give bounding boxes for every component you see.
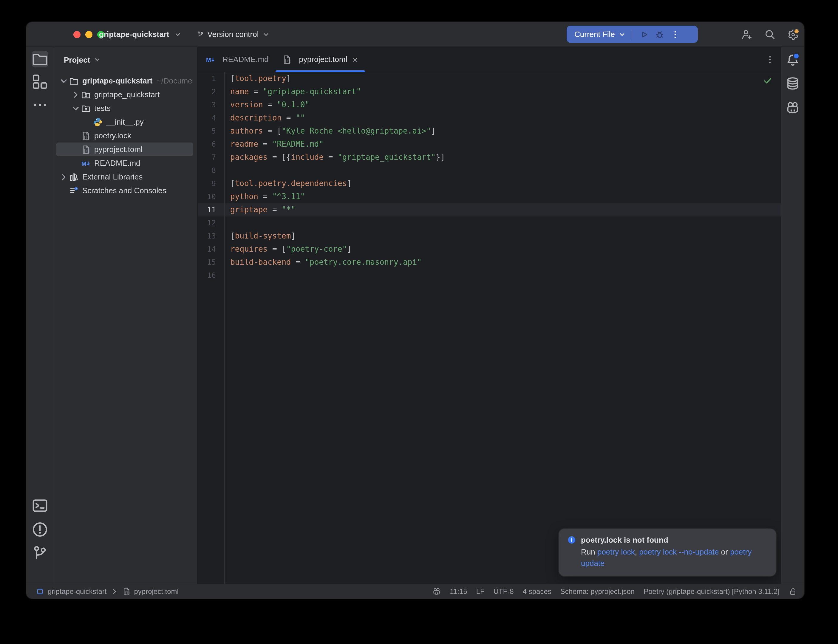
unlock-icon bbox=[789, 587, 797, 596]
folder-icon bbox=[69, 76, 79, 85]
crumb-chevron-widget[interactable] bbox=[110, 587, 118, 596]
notification-link[interactable]: poetry lock bbox=[597, 547, 635, 556]
add-user-icon[interactable] bbox=[741, 28, 753, 40]
notification-text: , bbox=[635, 547, 639, 556]
editor-column: MREADME.md[T]pyproject.toml× poetry.lock… bbox=[198, 47, 781, 584]
project-square-icon bbox=[36, 587, 44, 596]
chevron-down-icon bbox=[94, 56, 101, 63]
tree-item-tests[interactable]: tests bbox=[54, 101, 197, 115]
vcs-widget[interactable]: Version control bbox=[197, 30, 269, 39]
run-more-options-button[interactable] bbox=[667, 28, 683, 41]
close-icon[interactable]: × bbox=[351, 55, 359, 64]
more-icon[interactable] bbox=[31, 97, 48, 113]
divider bbox=[632, 29, 632, 39]
line-number: 1 bbox=[198, 72, 216, 85]
tab-pyproject-toml[interactable]: [T]pyproject.toml× bbox=[276, 47, 365, 72]
git-branch-icon bbox=[197, 31, 204, 38]
line-number: 3 bbox=[198, 99, 216, 112]
library-icon bbox=[69, 172, 79, 182]
search-icon[interactable] bbox=[764, 28, 776, 40]
ide-window: griptape-quickstart Version control Curr… bbox=[26, 22, 804, 599]
bell-icon[interactable] bbox=[785, 53, 800, 67]
tree-item-path: ~/Docume bbox=[157, 76, 192, 85]
code-editor[interactable]: poetry.lock is not found Run poetry lock… bbox=[198, 72, 781, 584]
chevron-down-icon[interactable] bbox=[71, 104, 81, 113]
chevron-down-icon bbox=[618, 31, 626, 38]
status-lf[interactable]: LF bbox=[476, 587, 485, 596]
code-text: readme = "README.md" bbox=[230, 138, 324, 151]
toml-widget[interactable]: [T] bbox=[122, 587, 130, 596]
status-11-15[interactable]: 11:15 bbox=[450, 587, 467, 596]
line-number: 13 bbox=[198, 230, 216, 243]
debug-button[interactable] bbox=[652, 28, 667, 41]
line-number: 16 bbox=[198, 269, 216, 282]
tree-item-external-libraries[interactable]: External Libraries bbox=[54, 170, 197, 184]
toml-icon: [T] bbox=[122, 587, 130, 596]
status-schema-[interactable]: Schema: pyproject.json bbox=[560, 587, 634, 596]
svg-text:[T]: [T] bbox=[285, 59, 291, 63]
tree-item-readme-md[interactable]: MREADME.md bbox=[54, 156, 197, 170]
code-text: [tool.poetry] bbox=[230, 72, 291, 85]
tree-item-griptape-quickstart[interactable]: griptape_quickstart bbox=[54, 88, 197, 101]
status-text: 4 spaces bbox=[523, 587, 551, 596]
code-text: description = "" bbox=[230, 112, 305, 125]
code-line-3: 3version = "0.1.0" bbox=[198, 99, 781, 112]
tree-item-griptape-quickstart[interactable]: griptape-quickstart~/Docume bbox=[54, 74, 197, 88]
code-text: version = "0.1.0" bbox=[230, 99, 309, 112]
chevron-right-icon[interactable] bbox=[71, 90, 81, 99]
svg-text:M: M bbox=[206, 56, 211, 63]
status-griptape-quickstart[interactable]: griptape-quickstart bbox=[48, 587, 107, 596]
markdown-icon: M bbox=[81, 158, 91, 168]
tree-item-scratches-and-consoles[interactable]: Scratches and Consoles bbox=[54, 184, 197, 197]
status-utf-8[interactable]: UTF-8 bbox=[493, 587, 514, 596]
tab-readme-md[interactable]: MREADME.md bbox=[199, 47, 274, 72]
notification-link[interactable]: poetry lock --no-update bbox=[639, 547, 719, 556]
line-number: 10 bbox=[198, 190, 216, 203]
tree-item-pyproject-toml[interactable]: [T]pyproject.toml bbox=[54, 143, 197, 156]
settings-gear-icon[interactable] bbox=[787, 28, 799, 40]
code-line-6: 6readme = "README.md" bbox=[198, 138, 781, 151]
title-bar: griptape-quickstart Version control Curr… bbox=[26, 22, 804, 47]
tab-options-kebab-icon[interactable] bbox=[765, 47, 775, 72]
folder-icon[interactable] bbox=[31, 51, 48, 67]
vcs-branch-icon[interactable] bbox=[31, 545, 48, 562]
tree-item--init-py[interactable]: __init__.py bbox=[54, 115, 197, 129]
project-square-widget[interactable] bbox=[36, 587, 44, 596]
tree-item-label: External Libraries bbox=[82, 172, 143, 181]
unlock-widget[interactable] bbox=[789, 587, 797, 596]
run-config-selector[interactable]: Current File bbox=[574, 30, 626, 39]
ai-assistant-widget[interactable] bbox=[432, 587, 441, 596]
status-text: 11:15 bbox=[450, 587, 467, 596]
chevron-down-icon[interactable] bbox=[59, 76, 69, 85]
tree-item-poetry-lock[interactable]: [T]poetry.lock bbox=[54, 129, 197, 143]
status-4[interactable]: 4 spaces bbox=[523, 587, 551, 596]
notification-text: or bbox=[719, 547, 730, 556]
chevron-right-icon[interactable] bbox=[59, 172, 69, 182]
status-widgets: 11:15LFUTF-84 spacesSchema: pyproject.js… bbox=[432, 587, 797, 596]
project-name-menu[interactable]: griptape-quickstart bbox=[99, 30, 169, 39]
ai-assistant-icon[interactable] bbox=[785, 101, 800, 115]
run-widget[interactable]: Current File bbox=[567, 26, 698, 43]
status-poetry[interactable]: Poetry (griptape-quickstart) [Python 3.1… bbox=[644, 587, 780, 596]
close-window-button[interactable] bbox=[73, 31, 81, 38]
project-panel-header[interactable]: Project bbox=[54, 47, 197, 72]
minimize-window-button[interactable] bbox=[85, 31, 92, 38]
line-number: 5 bbox=[198, 125, 216, 138]
notification-badge bbox=[793, 53, 800, 60]
terminal-icon[interactable] bbox=[31, 497, 48, 514]
run-button[interactable] bbox=[636, 28, 652, 41]
code-line-15: 15build-backend = "poetry.core.masonry.a… bbox=[198, 256, 781, 269]
toml-icon: [T] bbox=[282, 54, 292, 64]
code-text: authors = ["Kyle Roche <hello@griptape.a… bbox=[230, 125, 436, 138]
status-pyproject-toml[interactable]: pyproject.toml bbox=[134, 587, 178, 596]
structure-icon[interactable] bbox=[31, 73, 48, 90]
code-line-1: 1[tool.poetry] bbox=[198, 72, 781, 85]
svg-text:[T]: [T] bbox=[124, 591, 130, 595]
problems-icon[interactable] bbox=[31, 521, 48, 538]
code-line-4: 4description = "" bbox=[198, 112, 781, 125]
code-line-10: 10python = "^3.11" bbox=[198, 190, 781, 203]
database-icon[interactable] bbox=[785, 76, 800, 90]
code-line-7: 7packages = [{include = "griptape_quicks… bbox=[198, 151, 781, 164]
line-number: 6 bbox=[198, 138, 216, 151]
code-text: python = "^3.11" bbox=[230, 190, 305, 203]
